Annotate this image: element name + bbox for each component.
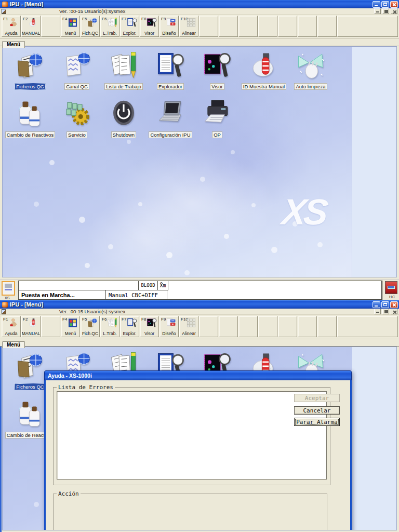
menu-tile[interactable]: Shutdown	[100, 98, 147, 146]
toolbar-button[interactable]: F10 Alinear	[179, 316, 198, 337]
toolbar-fkey-label: F6	[102, 17, 107, 21]
menu-tile-label: Ficheros QC	[15, 83, 45, 90]
menu-tile-icon	[15, 398, 45, 430]
toolbar-button[interactable]: F4 Menú	[61, 316, 80, 337]
toolbar-fkey-label: F8	[141, 17, 146, 21]
toolbar-button[interactable]: F1 Ayuda	[2, 16, 21, 37]
accept-button: Aceptar	[294, 394, 340, 402]
tab-bar: Menú	[0, 339, 399, 347]
menu-tile[interactable]: Configuración IPU	[147, 98, 194, 146]
child-window-icon[interactable]	[2, 309, 6, 314]
status-panel: BLOOD X̄m Puesta en Marcha... Manual CBC…	[18, 281, 382, 300]
menu-tile[interactable]: Visor	[194, 50, 241, 98]
version-user-label: Ver. :00-15 Usuario(s):sysmex	[59, 8, 125, 14]
toolbar-button-label: L.Trab.	[101, 31, 119, 36]
toolbar-button	[199, 316, 218, 337]
toolbar-button-icon	[166, 317, 177, 328]
toolbar-button[interactable]: F2 MANUAL	[21, 316, 41, 337]
restore-button[interactable]	[381, 301, 389, 308]
menu-tile-label: Visor	[210, 83, 224, 90]
toolbar-button-label: Explor.	[121, 31, 139, 36]
toolbar-button	[298, 16, 317, 37]
cancel-button[interactable]: Cancelar	[294, 406, 340, 415]
menu-tile[interactable]: Auto limpieza	[287, 50, 334, 98]
toolbar-button[interactable]: F7 Explor.	[120, 316, 139, 337]
app-icon[interactable]	[2, 2, 8, 7]
toolbar-button	[41, 316, 60, 337]
child-close-button[interactable]	[391, 8, 397, 14]
child-window-icon[interactable]	[2, 9, 6, 14]
minimize-button[interactable]	[373, 1, 380, 8]
menu-tile-icon	[15, 350, 45, 381]
tab-menu-label: Menú	[7, 342, 20, 348]
toolbar-fkey-label: F2	[23, 317, 28, 322]
analyzer-xs-icon[interactable]	[2, 281, 15, 296]
toolbar-fkey-label: F7	[122, 17, 126, 21]
toolbar-button[interactable]: F6 L.Trab.	[100, 316, 119, 337]
menu-tile[interactable]: Cambio de Reactivos	[7, 98, 54, 146]
close-button[interactable]	[390, 301, 398, 308]
menu-tile[interactable]: OP	[194, 98, 241, 146]
child-close-button[interactable]	[391, 309, 397, 314]
menu-tile-label: Explorador	[157, 83, 184, 90]
mode-symbol-cell: X̄m	[158, 281, 168, 290]
menu-tile[interactable]: Ficheros QC	[7, 50, 54, 98]
menu-tile[interactable]: Explorador	[147, 50, 194, 98]
toolbar-fkey-label: F1	[3, 17, 8, 21]
version-user-label: Ver. :00-15 Usuario(s):sysmex	[59, 309, 125, 314]
error-list-group-label: Lista de Errores	[57, 384, 115, 391]
toolbar-spacer	[337, 316, 398, 337]
stop-alarm-button[interactable]: Parar Alarma	[294, 418, 340, 426]
restore-button[interactable]	[381, 1, 389, 8]
toolbar-button-label: Menú	[61, 331, 79, 336]
toolbar-button[interactable]: F9 Diseño	[159, 16, 179, 37]
toolbar-button[interactable]: F4 Menú	[61, 16, 80, 37]
app-icon[interactable]	[2, 302, 8, 308]
menu-tile-icon	[249, 50, 279, 81]
menu-bar: Ver. :00-15 Usuario(s):sysmex	[0, 8, 399, 15]
error-listbox[interactable]	[57, 391, 327, 480]
menu-tiles-row1: Ficheros QC Canal QC Lista de Trabajo Ex…	[7, 50, 334, 98]
toolbar-button-label: L.Trab.	[101, 331, 119, 336]
child-window-controls	[374, 309, 397, 314]
menu-tile-label: Lista de Trabajo	[104, 83, 143, 90]
toolbar-button[interactable]: F5 Fich.QC	[81, 316, 100, 337]
status-empty-cell	[19, 281, 138, 290]
error-list-group: Lista de Errores	[53, 384, 330, 485]
toolbar-button[interactable]: F6 L.Trab.	[100, 16, 119, 37]
menu-tile[interactable]: Canal QC	[54, 50, 100, 98]
toolbar-button-label: MANUAL	[22, 31, 40, 36]
tab-menu[interactable]: Menú	[2, 41, 25, 48]
analyzer-hc-icon[interactable]	[385, 281, 397, 294]
toolbar-fkey-label: F9	[161, 17, 166, 21]
toolbar-button-label: Ayuda	[2, 331, 20, 336]
toolbar-button[interactable]: F10 Alinear	[179, 16, 198, 37]
toolbar-button[interactable]: F9 Diseño	[159, 316, 179, 337]
tab-menu[interactable]: Menú	[2, 341, 25, 348]
window-main-menu-with-dialog: IPU - [Menú] Ver. :00-15 Usuario(s):sysm…	[0, 300, 399, 532]
toolbar-button[interactable]: F2 MANUAL	[21, 16, 41, 37]
toolbar-button-label: Diseño	[160, 31, 178, 36]
menu-tile[interactable]: Lista de Trabajo	[100, 50, 147, 98]
status-separator	[382, 281, 383, 300]
toolbar-button[interactable]: F8 Visor	[140, 16, 159, 37]
toolbar-button[interactable]: F8 Visor	[140, 316, 159, 337]
toolbar-button[interactable]: F7 Explor.	[120, 16, 139, 37]
child-minimize-button[interactable]	[374, 309, 381, 314]
menu-tile[interactable]: ID Muestra Manual	[241, 50, 287, 98]
toolbar-button-icon	[8, 317, 19, 328]
window-controls	[373, 1, 398, 8]
child-restore-button[interactable]	[382, 8, 389, 14]
child-minimize-button[interactable]	[374, 8, 381, 14]
close-button[interactable]	[390, 1, 398, 8]
toolbar-button	[317, 16, 337, 37]
menu-tile[interactable]: Servicio	[54, 98, 100, 146]
toolbar-button[interactable]: F1 Ayuda	[2, 316, 21, 337]
toolbar-button[interactable]: F5 Fich.QC	[81, 16, 100, 37]
child-restore-button[interactable]	[382, 309, 389, 314]
title-bar: IPU - [Menú]	[0, 0, 399, 8]
minimize-button[interactable]	[373, 301, 380, 308]
toolbar-button-icon	[126, 17, 138, 28]
toolbar-button-label: Visor	[140, 31, 158, 36]
sample-type-cell: BLOOD	[138, 281, 158, 290]
